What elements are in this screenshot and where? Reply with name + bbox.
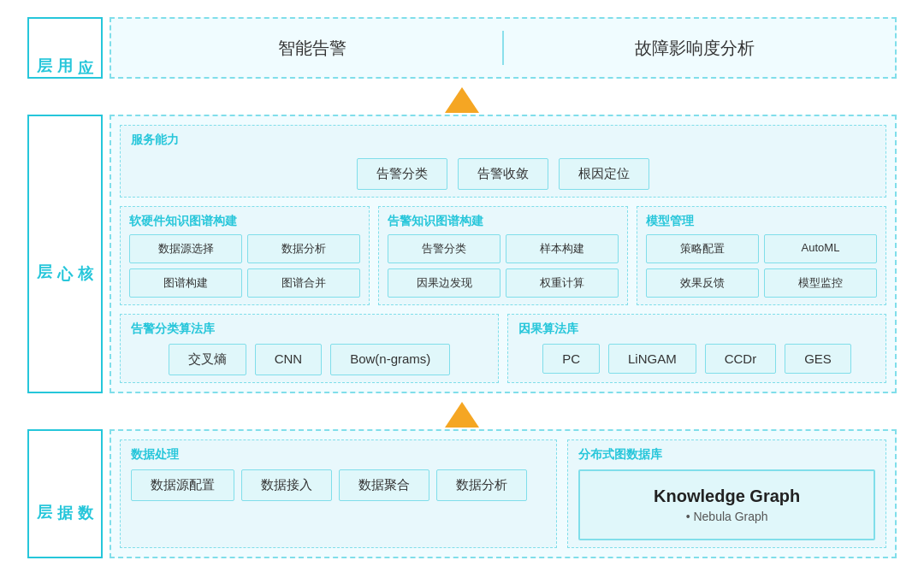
model-chip-0: 策略配置: [646, 234, 759, 263]
data-processing-chips: 数据源配置 数据接入 数据聚合 数据分析: [131, 469, 546, 501]
app-layer-label: 应用层: [27, 17, 103, 79]
up-arrow-2-icon: [445, 402, 479, 428]
core-layer-label: 核心层: [27, 115, 103, 393]
algo-chip-pc: PC: [542, 344, 600, 374]
chip-root-cause: 根因定位: [559, 158, 649, 190]
hw-chip-0: 数据源选择: [129, 234, 242, 263]
model-management: 模型管理 策略配置 AutoML 效果反馈 模型监控: [637, 206, 886, 305]
algo-chip-cnn: CNN: [255, 344, 323, 375]
hw-kg-title: 软硬件知识图谱构建: [129, 214, 360, 229]
alert-chip-2: 因果边发现: [388, 268, 500, 298]
hw-chip-3: 图谱合并: [247, 268, 360, 298]
chip-alert-classify: 告警分类: [357, 158, 447, 190]
causal-algo-lib: 因果算法库 PC LiNGAM CCDr GES: [507, 314, 886, 383]
app-layer-content: 智能告警 故障影响度分析: [110, 17, 897, 79]
alert-chip-3: 权重计算: [506, 268, 619, 298]
arrow-2: [27, 402, 897, 428]
core-layer: 核心层 服务能力 告警分类 告警收敛 根因定位 软硬件知识图谱构建 数据源选择 …: [27, 115, 897, 393]
model-chip-3: 模型监控: [764, 268, 877, 298]
alert-knowledge-graph: 告警知识图谱构建 告警分类 样本构建 因果边发现 权重计算: [378, 206, 628, 305]
app-divider: [502, 31, 504, 65]
alert-algo-title: 告警分类算法库: [131, 321, 488, 337]
service-capability-section: 服务能力 告警分类 告警收敛 根因定位: [120, 125, 886, 198]
algo-chip-ges: GES: [785, 344, 851, 374]
up-arrow-icon: [445, 87, 479, 113]
hw-knowledge-graph: 软硬件知识图谱构建 数据源选择 数据分析 图谱构建 图谱合并: [120, 206, 370, 305]
hw-kg-grid: 数据源选择 数据分析 图谱构建 图谱合并: [129, 234, 360, 298]
alert-chip-1: 样本构建: [506, 234, 619, 263]
app-layer: 应用层 智能告警 故障影响度分析: [27, 17, 897, 79]
app-item-alarm: 智能告警: [128, 37, 495, 60]
service-title: 服务能力: [131, 133, 875, 148]
model-mgmt-title: 模型管理: [646, 214, 877, 229]
causal-algo-title: 因果算法库: [518, 321, 875, 337]
svg-marker-0: [445, 87, 479, 113]
model-mgmt-grid: 策略配置 AutoML 效果反馈 模型监控: [646, 234, 877, 298]
distributed-title: 分布式图数据库: [578, 447, 875, 463]
algo-chip-bow: Bow(n-grams): [330, 344, 450, 375]
service-chips: 告警分类 告警收敛 根因定位: [131, 158, 875, 190]
causal-algo-chips: PC LiNGAM CCDr GES: [518, 344, 875, 374]
kg-title: Knowledge Graph: [601, 487, 853, 506]
hw-chip-1: 数据分析: [247, 234, 360, 263]
alert-algo-lib: 告警分类算法库 交叉熵 CNN Bow(n-grams): [120, 314, 499, 383]
sub-sections: 软硬件知识图谱构建 数据源选择 数据分析 图谱构建 图谱合并 告警知识图谱构建 …: [120, 206, 886, 305]
alert-chip-0: 告警分类: [388, 234, 500, 263]
data-layer: 数据层 数据处理 数据源配置 数据接入 数据聚合 数据分析 分布式图数据库 Kn…: [27, 429, 897, 558]
chip-alert-converge: 告警收敛: [458, 158, 548, 190]
arrow-1: [27, 87, 897, 113]
alert-algo-chips: 交叉熵 CNN Bow(n-grams): [131, 344, 488, 375]
core-layer-content: 服务能力 告警分类 告警收敛 根因定位 软硬件知识图谱构建 数据源选择 数据分析…: [110, 115, 897, 393]
kg-sub: • Nebula Graph: [601, 510, 853, 523]
knowledge-graph-box: Knowledge Graph • Nebula Graph: [578, 469, 875, 540]
svg-marker-1: [445, 402, 479, 428]
model-chip-1: AutoML: [764, 234, 877, 263]
algo-chip-entropy: 交叉熵: [169, 344, 246, 375]
data-layer-label: 数据层: [27, 429, 103, 558]
hw-chip-2: 图谱构建: [129, 268, 242, 298]
alert-kg-title: 告警知识图谱构建: [388, 214, 619, 229]
data-chip-ingest: 数据接入: [241, 469, 332, 501]
architecture-diagram: 应用层 智能告警 故障影响度分析 核心层 服务能力 告警分类 告警收敛 根因定位: [17, 7, 907, 577]
distributed-graph-db: 分布式图数据库 Knowledge Graph • Nebula Graph: [567, 439, 886, 548]
data-layer-content: 数据处理 数据源配置 数据接入 数据聚合 数据分析 分布式图数据库 Knowle…: [110, 429, 897, 558]
data-chip-analyze: 数据分析: [436, 469, 527, 501]
data-chip-source: 数据源配置: [131, 469, 234, 501]
data-processing-title: 数据处理: [131, 447, 546, 463]
data-processing: 数据处理 数据源配置 数据接入 数据聚合 数据分析: [120, 439, 557, 548]
algo-chip-lingam: LiNGAM: [608, 344, 696, 374]
algo-chip-ccdr: CCDr: [705, 344, 777, 374]
data-chip-aggregate: 数据聚合: [339, 469, 429, 501]
app-item-fault: 故障影响度分析: [511, 37, 878, 60]
algo-sections: 告警分类算法库 交叉熵 CNN Bow(n-grams) 因果算法库 PC Li…: [120, 314, 886, 383]
model-chip-2: 效果反馈: [646, 268, 759, 298]
alert-kg-grid: 告警分类 样本构建 因果边发现 权重计算: [388, 234, 619, 298]
